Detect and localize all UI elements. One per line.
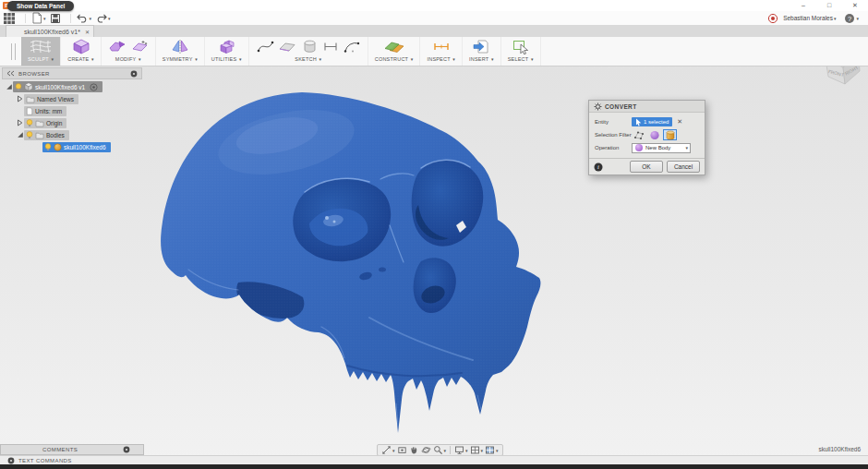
fit-view-button[interactable]: ▾ (381, 445, 395, 455)
help-menu-button[interactable]: ? ▾ (844, 13, 859, 24)
save-button[interactable] (50, 13, 61, 24)
ground-icon[interactable] (90, 83, 98, 91)
ribbon-group-insert[interactable]: INSERT ▾ (463, 37, 501, 66)
ribbon-group-sculpt[interactable]: SCULPT ▾ (21, 37, 61, 66)
separator (70, 14, 71, 23)
ribbon-group-inspect[interactable]: INSPECT ▾ (420, 37, 463, 66)
zoom-icon (433, 445, 443, 455)
modify-flatten-icon[interactable] (130, 39, 149, 54)
browser-rows: skull100Kfixed6 v1Named ViewsUnits: mmOr… (2, 81, 142, 152)
filter-vertex-icon (633, 130, 645, 140)
ribbon-group-modify[interactable]: MODIFY ▾ (102, 37, 156, 66)
inspect-measure-icon[interactable] (432, 39, 451, 54)
ribbon-group-create[interactable]: CREATE ▾ (61, 37, 102, 66)
modify-crease-icon[interactable] (108, 39, 127, 54)
minimize-button[interactable]: – (790, 0, 816, 11)
comments-options-icon[interactable] (123, 446, 130, 453)
visibility-bulb-icon[interactable] (26, 119, 33, 127)
utilities-box-icon[interactable] (217, 39, 235, 54)
ribbon-group-symmetry[interactable]: SYMMETRY ▾ (156, 37, 205, 66)
cancel-button[interactable]: Cancel (667, 161, 700, 173)
entity-selection-chip[interactable]: 1 selected (632, 117, 672, 126)
gear-icon (594, 102, 602, 111)
fusion360-window: F Autodesk Fusion 360 – □ ✕ ▾ ▾ ▾ Sebast… (0, 0, 868, 469)
orbit-button[interactable] (421, 445, 431, 455)
folder-icon (35, 119, 44, 127)
filter-vertex-button[interactable] (632, 129, 645, 140)
collapse-icon[interactable] (6, 83, 13, 90)
browser-header: BROWSER (2, 67, 142, 79)
create-box-icon[interactable] (72, 39, 90, 54)
display-settings-button[interactable]: ▾ (454, 445, 468, 455)
filter-face-button[interactable] (647, 129, 661, 140)
file-icon (31, 12, 42, 24)
undo-button[interactable]: ▾ (77, 13, 92, 23)
visibility-bulb-icon[interactable] (44, 143, 52, 151)
skull-model[interactable] (148, 85, 591, 440)
component-icon (24, 82, 33, 91)
visibility-bulb-icon[interactable] (26, 131, 33, 139)
browser-row-skull100kfixed6-v1[interactable]: skull100Kfixed6 v1 (5, 81, 142, 92)
ribbon-drag-handle[interactable] (11, 43, 16, 60)
redo-button[interactable]: ▾ (95, 13, 111, 23)
collapse-icon[interactable] (17, 131, 24, 138)
body-icon (54, 143, 62, 151)
document-tab[interactable]: skull100Kfixed6 v1* ✕ (6, 25, 94, 37)
info-icon[interactable]: i (594, 162, 603, 172)
close-button[interactable]: ✕ (842, 0, 868, 11)
browser-row-units-mm[interactable]: Units: mm (16, 105, 142, 116)
symmetry-mirror-icon[interactable] (171, 39, 189, 54)
ribbon-group-sketch[interactable]: SKETCH ▾ (249, 37, 368, 66)
filter-body-icon (665, 130, 676, 140)
select-cursor-icon[interactable] (512, 39, 530, 54)
ok-button[interactable]: OK (630, 161, 663, 173)
ribbon-toolbar: SCULPT ▾CREATE ▾MODIFY ▾SYMMETRY ▾UTILIT… (0, 37, 868, 66)
convert-dialog: CONVERT Entity 1 selected ✕ Selection Fi… (588, 100, 705, 175)
sketch-patch-icon[interactable] (278, 39, 296, 54)
look-at-button[interactable] (397, 445, 407, 455)
maximize-button[interactable]: □ (816, 0, 842, 11)
visibility-bulb-icon[interactable] (15, 83, 22, 91)
zoom-button[interactable]: ▾ (433, 445, 447, 455)
ribbon-group-select[interactable]: SELECT ▾ (501, 37, 541, 66)
clear-selection-icon[interactable]: ✕ (677, 118, 682, 126)
convert-dialog-header[interactable]: CONVERT (589, 101, 705, 113)
selection-filter-label: Selection Filter (589, 132, 632, 138)
sketch-spline-icon[interactable] (256, 39, 274, 54)
folder-icon (26, 95, 35, 103)
expand-icon[interactable] (17, 95, 23, 102)
tab-close-icon[interactable]: ✕ (83, 29, 93, 35)
sketch-arc-icon[interactable] (343, 39, 361, 54)
comments-panel[interactable]: COMMENTS (0, 444, 144, 455)
browser-row-named-views[interactable]: Named Views (16, 93, 142, 104)
browser-options-icon[interactable] (130, 70, 138, 78)
data-panel-toggle-button[interactable] (3, 12, 16, 25)
construct-plane-icon[interactable] (384, 39, 404, 54)
pan-button[interactable] (409, 445, 419, 455)
grid-display-button[interactable]: ▾ (470, 445, 484, 455)
help-icon: ? (844, 13, 855, 24)
insert-file-icon[interactable] (472, 39, 490, 54)
record-icon[interactable] (767, 13, 778, 24)
sculpt-mesh-icon[interactable] (29, 39, 53, 54)
ribbon-group-construct[interactable]: CONSTRUCT ▾ (368, 37, 421, 66)
operation-select[interactable]: New Body ▾ (632, 143, 691, 153)
operation-label: Operation (589, 145, 632, 150)
filter-body-button[interactable] (663, 129, 677, 140)
collapse-panel-icon[interactable] (6, 70, 15, 77)
svg-text:i: i (597, 163, 599, 170)
ribbon-group-utilities[interactable]: UTILITIES ▾ (205, 37, 249, 66)
viewports-button[interactable]: ▾ (485, 445, 499, 455)
browser-row-bodies[interactable]: Bodies (16, 129, 142, 140)
file-menu-button[interactable]: ▾ (31, 12, 46, 24)
text-commands-label: TEXT COMMANDS (18, 458, 72, 463)
user-account-menu[interactable]: Sebastian Morales ▾ (783, 15, 836, 21)
browser-row-skull100kfixed6[interactable]: skull100Kfixed6 (34, 141, 142, 152)
browser-row-origin[interactable]: Origin (16, 117, 142, 128)
pan-icon (409, 445, 419, 455)
sketch-slot-icon[interactable] (322, 39, 339, 54)
selection-filter-group (632, 129, 679, 140)
sketch-extrude-icon[interactable] (300, 39, 319, 54)
viewports-icon (485, 445, 495, 455)
expand-icon[interactable] (17, 119, 23, 126)
